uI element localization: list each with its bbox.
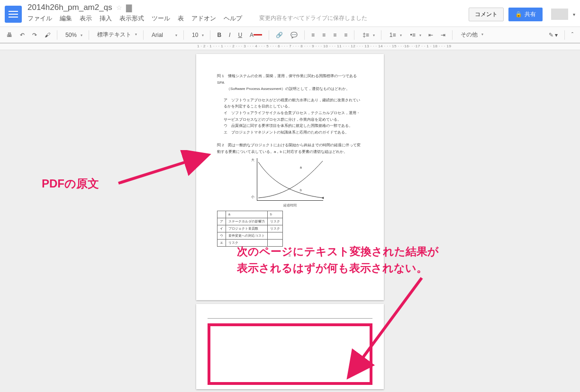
page-number: － 3 － xyxy=(217,252,363,259)
q1-opt-a: ア ソフトウェアプロセスがどの程度の能力水準にあり，継続的に改善されているかを判… xyxy=(224,97,363,110)
menu-view[interactable]: 表示 xyxy=(80,14,92,23)
account-avatar[interactable] xyxy=(551,9,568,20)
annotation-pdf-label: PDFの原文 xyxy=(42,176,99,191)
chart: a b xyxy=(257,158,323,201)
ruler[interactable]: 1 · 2 · 1 · · · 1 · · · 2 · · · 3 · · · … xyxy=(0,44,580,50)
menu-table[interactable]: 表 xyxy=(178,14,184,23)
q1-heading: 問 1 情報システムの企画，開発，運用，保守作業に関わる国際標準の一つである S… xyxy=(217,73,363,86)
indent-increase-icon[interactable]: ⇥ xyxy=(438,30,448,40)
text-color-icon[interactable]: A xyxy=(247,30,265,40)
titlebar: 2014h26h_pm_am2_qs ☆ ▇ ファイル 編集 表示 挿入 表示形… xyxy=(0,0,580,27)
q1-opt-u: ウ 品質保証に関する要求項目を体系的に規定した国際規格の一部である。 xyxy=(224,123,363,129)
answer-table: ab アステークホルダの影響力リスク イプロジェクト要員数リスク ウ要件変更への… xyxy=(217,211,283,246)
paint-format-icon[interactable]: 🖌 xyxy=(42,30,53,40)
svg-text:b: b xyxy=(300,188,302,192)
q1-opt-i: イ ソフトウェアライフサイクルを合意プロセス，テクニカルプロセス，運用・サービス… xyxy=(224,110,363,123)
menu-edit[interactable]: 編集 xyxy=(60,14,72,23)
bulleted-list-icon[interactable]: •≡ xyxy=(406,30,424,40)
app-header: 2014h26h_pm_am2_qs ☆ ▇ ファイル 編集 表示 挿入 表示形… xyxy=(0,0,580,44)
y-axis-top: 大 xyxy=(251,157,254,163)
star-icon[interactable]: ☆ xyxy=(116,4,122,11)
chart-xlabel: 経過時間 xyxy=(217,203,363,208)
fontsize-select[interactable]: 10 xyxy=(188,30,206,40)
svg-line-2 xyxy=(118,155,208,183)
comment-icon[interactable]: 💬 xyxy=(288,30,300,40)
comment-button[interactable]: コメント xyxy=(469,8,504,21)
indent-decrease-icon[interactable]: ⇤ xyxy=(426,30,436,40)
q1-opt-e: エ プロジェクトマネジメントの知識体系と応用のためのガイドである。 xyxy=(224,129,363,136)
numbered-list-icon[interactable]: 1≡ xyxy=(385,30,404,40)
edit-mode-icon[interactable]: ✎ ▾ xyxy=(546,30,561,40)
link-icon[interactable]: 🔗 xyxy=(273,30,286,40)
q1-sub: （Software Process Assessment）の説明として，適切なも… xyxy=(217,86,363,92)
align-right-icon[interactable]: ≡ xyxy=(330,30,339,40)
chevron-up-icon[interactable]: ˆ xyxy=(569,30,576,40)
align-center-icon[interactable]: ≡ xyxy=(319,30,328,40)
page-2 xyxy=(196,304,384,389)
folder-icon[interactable]: ▇ xyxy=(126,3,132,12)
menu-format[interactable]: 表示形式 xyxy=(119,14,144,23)
underline-icon[interactable]: U xyxy=(235,30,245,40)
share-button[interactable]: 🔒共有 xyxy=(508,8,543,21)
toolbar: 🖶 ↶ ↷ 🖌 50% 標準テキスト Arial 10 B I U A 🔗 💬 … xyxy=(0,27,580,43)
italic-icon[interactable]: I xyxy=(226,30,233,40)
menu-file[interactable]: ファイル xyxy=(27,14,52,23)
document-title[interactable]: 2014h26h_pm_am2_qs xyxy=(27,3,112,12)
more-menu[interactable]: その他 xyxy=(456,29,486,41)
menu-tools[interactable]: ツール xyxy=(152,14,170,23)
account-dropdown-icon[interactable]: ▾ xyxy=(573,12,575,17)
align-left-icon[interactable]: ≡ xyxy=(308,30,317,40)
redo-icon[interactable]: ↷ xyxy=(29,30,40,40)
menu-help[interactable]: ヘルプ xyxy=(224,14,242,23)
save-status: 変更内容をすべてドライブに保存しました xyxy=(259,14,367,23)
zoom-select[interactable]: 50% xyxy=(61,30,85,40)
q2-heading: 問 2 図は一般的なプロジェクトにおける開始から終結までの時間の経過に伴って変動… xyxy=(217,142,363,155)
page2-top-line xyxy=(208,318,372,319)
docs-logo-icon[interactable] xyxy=(5,6,22,23)
svg-text:a: a xyxy=(300,166,302,169)
style-select[interactable]: 標準テキスト xyxy=(93,29,139,41)
undo-icon[interactable]: ↶ xyxy=(17,30,27,40)
empty-highlight-box xyxy=(208,323,372,385)
menu-insert[interactable]: 挿入 xyxy=(100,14,112,23)
font-select[interactable]: Arial xyxy=(147,30,180,40)
align-justify-icon[interactable]: ≡ xyxy=(341,30,350,40)
document-canvas[interactable]: 1 · 2 · 1 · · · 1 · · · 2 · · · 3 · · · … xyxy=(0,44,580,391)
print-icon[interactable]: 🖶 xyxy=(4,30,15,40)
page-1: 問 1 情報システムの企画，開発，運用，保守作業に関わる国際標準の一つである S… xyxy=(196,54,384,300)
line-spacing-icon[interactable]: ‡≡ xyxy=(358,30,377,40)
lock-icon: 🔒 xyxy=(515,11,522,18)
menu-addons[interactable]: アドオン xyxy=(191,14,216,23)
y-axis-bottom: 小 xyxy=(251,194,254,200)
bold-icon[interactable]: B xyxy=(214,30,224,40)
menubar: ファイル 編集 表示 挿入 表示形式 ツール 表 アドオン ヘルプ 変更内容をす… xyxy=(27,12,469,26)
